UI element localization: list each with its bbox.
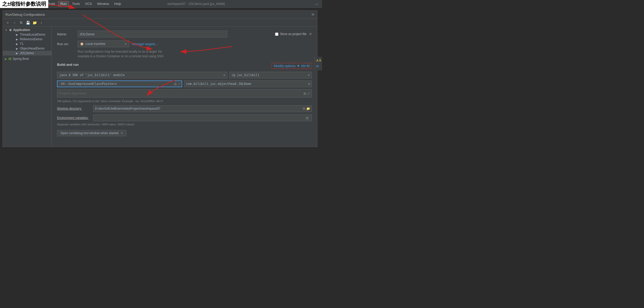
prog-icon-2[interactable]: ⤢ [307, 92, 310, 95]
application-group[interactable]: ▼ 🖥 Application [3, 28, 52, 32]
modify-options-button[interactable]: Modify options ▼ Alt+M [272, 63, 312, 69]
sdk-row: java 8 SDK of 'juc_bilibili' module ▼ cp… [57, 72, 312, 78]
config-tree: ▼ 🖥 Application ▶ ThreadLocalDemo ▶ Refe… [3, 27, 52, 147]
env-vars-row: Environment variables: ⊞ [57, 115, 312, 121]
config-name: T1 [20, 42, 23, 46]
menu-tools[interactable]: Tools [70, 1, 82, 6]
working-dir-label: Working directory: [57, 107, 91, 110]
menu-window[interactable]: Window [95, 1, 111, 6]
dir-icon-1[interactable]: ⊞ [303, 107, 305, 110]
open-tool-window-label: Open run/debug tool window when started [60, 131, 118, 135]
run-on-dropdown[interactable]: 🏠 Local machine ▼ [78, 40, 129, 47]
spring-boot-section: ▶ 🌿 Spring Boot [3, 56, 52, 61]
copy-config-button[interactable]: ⧉ [18, 20, 24, 26]
program-args-placeholder[interactable]: Program arguments [59, 92, 303, 95]
vm-options-row: ⊞ ⤢ com.bilibili.juc.objecthead.JOLDemo … [57, 80, 312, 87]
config-icon: ▶ [15, 37, 19, 41]
dialog-close-button[interactable]: ✕ [311, 12, 315, 17]
menu-help[interactable]: Help [112, 1, 123, 6]
tree-item-threadlocal[interactable]: ▶ ThreadLocalDemo [3, 32, 52, 37]
tree-item-t1[interactable]: ▶ T1 [3, 42, 52, 46]
chevron-down-icon: ▼ [124, 43, 127, 45]
run-debug-dialog: Run/Debug Configurations ✕ + − ⧉ 💾 📁 ↕ ▼… [3, 10, 317, 147]
save-config-button[interactable]: 💾 [25, 20, 31, 26]
right-side-icons: ⚠ 5 ⟳ [315, 57, 322, 70]
name-row: Name: Store as project file ⚙ [57, 31, 312, 37]
menubar: igate Code Refactor Build Run Tools VCS … [0, 0, 322, 8]
spring-boot-icon: 🌿 [8, 57, 12, 61]
prog-icon-1[interactable]: ⊞ [303, 92, 306, 95]
vm-hint: VM options. CLI arguments to the 'Java' … [57, 100, 312, 103]
move-config-button[interactable]: 📁 [32, 20, 37, 26]
open-tool-window-button[interactable]: Open run/debug tool window when started … [57, 130, 126, 136]
cp-text: cp [232, 73, 235, 77]
tree-item-objecthead[interactable]: ▶ ObjectHeadDemo [3, 46, 52, 51]
env-vars-label: Environment variables: [57, 116, 91, 120]
config-icon: ▶ [15, 51, 19, 55]
menu-vcs[interactable]: VCS [83, 1, 94, 6]
warning-badge[interactable]: ⚠ 5 [316, 59, 321, 62]
program-args-row: Program arguments ⊞ ⤢ [57, 89, 312, 98]
add-config-button[interactable]: + [5, 20, 11, 26]
vm-icon-2[interactable]: ⤢ [178, 82, 181, 86]
sync-icon[interactable]: ⟳ [316, 64, 321, 68]
dir-icon-2[interactable]: 📁 [306, 107, 310, 110]
config-icon: ▶ [15, 47, 19, 50]
chevron-down-icon: ▼ [308, 74, 310, 77]
vm-icon-1[interactable]: ⊞ [174, 82, 177, 86]
sdk-dropdown[interactable]: java 8 SDK of 'juc_bilibili' module ▼ [57, 72, 227, 78]
modify-options-shortcut: Alt+M [301, 64, 310, 68]
application-icon: 🖥 [9, 28, 12, 32]
build-run-title: Build and run [57, 63, 79, 67]
config-name: ObjectHeadDemo [20, 47, 44, 50]
program-args-container: Program arguments ⊞ ⤢ [57, 89, 312, 98]
tree-item-reference[interactable]: ▶ ReferenceDemo [3, 37, 52, 42]
config-name: JOLDemo [20, 51, 34, 55]
manage-targets-link[interactable]: Manage targets... [132, 42, 158, 46]
env-vars-input[interactable]: ⊞ [93, 115, 312, 121]
main-class-icon[interactable]: ⊞ [308, 82, 310, 86]
cp-dropdown[interactable]: cp juc_bilibili ▼ [229, 72, 312, 78]
spring-boot-label: Spring Boot [13, 57, 29, 61]
annotation-title: 之±缩指针参数说明 [0, 0, 48, 8]
remove-config-button[interactable]: − [12, 20, 17, 26]
config-toolbar: + − ⧉ 💾 📁 ↕ [3, 19, 317, 27]
tree-item-joldemo[interactable]: ▶ JOLDemo [3, 51, 52, 55]
vm-input-icons: ⊞ ⤢ [174, 82, 182, 86]
store-as-project-checkbox[interactable] [275, 33, 278, 36]
menu-run[interactable]: Run [58, 1, 69, 6]
expand-arrow: ▶ [5, 58, 7, 60]
working-dir-input[interactable]: D:\devSoft\JetBrains\IdeaProjects\worksp… [93, 105, 312, 112]
window-close[interactable]: — [313, 2, 320, 6]
env-hint: Separate variables with semicolon: VAR=v… [57, 123, 312, 126]
sort-config-button[interactable]: ↕ [38, 20, 44, 26]
main-class-value: com.bilibili.juc.objecthead.JOLDemo [186, 82, 251, 86]
cp-value: juc_bilibili [237, 73, 259, 77]
dialog-title: Run/Debug Configurations [5, 13, 45, 17]
config-name: ThreadLocalDemo [20, 33, 45, 36]
local-machine-text: Local machine [85, 42, 105, 46]
home-icon: 🏠 [80, 42, 84, 46]
close-tool-window-icon[interactable]: ✕ [120, 131, 123, 135]
config-icon: ▶ [15, 42, 19, 46]
sdk-label: java 8 SDK of 'juc_bilibili' module [59, 73, 125, 77]
vm-options-input[interactable] [58, 81, 174, 87]
run-on-row: Run on: 🏠 Local machine ▼ Manage targets… [57, 40, 312, 47]
application-section: ▼ 🖥 Application ▶ ThreadLocalDemo ▶ Refe… [3, 28, 52, 55]
name-input[interactable] [78, 31, 227, 37]
application-label: Application [13, 28, 30, 32]
main-class-container: com.bilibili.juc.objecthead.JOLDemo ⊞ [184, 80, 312, 87]
env-icon[interactable]: ⊞ [306, 116, 310, 120]
spring-boot-group[interactable]: ▶ 🌿 Spring Boot [3, 56, 52, 61]
dialog-body: ▼ 🖥 Application ▶ ThreadLocalDemo ▶ Refe… [3, 27, 317, 147]
working-dir-value: D:\devSoft\JetBrains\IdeaProjects\worksp… [95, 107, 160, 110]
gear-icon[interactable]: ⚙ [309, 32, 312, 36]
dialog-titlebar: Run/Debug Configurations ✕ [3, 11, 317, 19]
vm-options-container: ⊞ ⤢ [57, 80, 182, 87]
config-name: ReferenceDemo [20, 37, 42, 41]
config-form: Name: Store as project file ⚙ Run on: 🏠 … [52, 27, 317, 147]
build-run-header: Build and run Modify options ▼ Alt+M [57, 63, 312, 69]
dir-icons: ⊞ 📁 [303, 107, 310, 110]
window-title: workspace07 - JOLDemo.java [juc_bilibili… [167, 2, 225, 6]
chevron-down-icon: ▼ [223, 74, 225, 77]
